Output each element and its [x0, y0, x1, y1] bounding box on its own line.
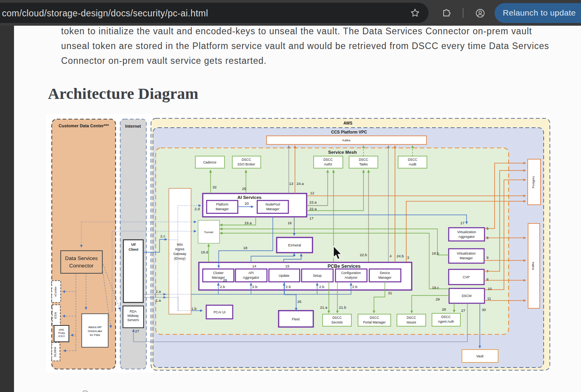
svg-text:RDA: RDA — [130, 309, 137, 313]
svg-text:Agent Auth: Agent Auth — [438, 320, 454, 323]
svg-text:Ingres: Ingres — [175, 247, 184, 251]
svg-text:Client: Client — [128, 248, 138, 251]
svg-text:22.b: 22.b — [360, 253, 367, 257]
svg-text:Authz: Authz — [324, 162, 332, 166]
svg-text:DSCC: DSCC — [323, 158, 333, 162]
svg-text:1.b: 1.b — [191, 306, 197, 311]
svg-text:DL380A: DL380A — [54, 347, 56, 357]
svg-text:24.b: 24.b — [397, 254, 404, 258]
svg-text:DSCC: DSCC — [359, 158, 368, 162]
svg-text:Manager: Manager — [460, 256, 473, 260]
svg-text:Aggregator: Aggregator — [243, 276, 259, 279]
svg-text:22.a: 22.a — [309, 207, 317, 211]
svg-text:12: 12 — [310, 191, 314, 195]
svg-text:DSCC: DSCC — [408, 158, 417, 162]
svg-text:29: 29 — [435, 297, 440, 301]
svg-text:Manager: Manager — [378, 276, 391, 279]
svg-text:DSCC: DSCC — [332, 316, 342, 320]
svg-text:Ezmeral: Ezmeral — [288, 243, 301, 247]
svg-text:25: 25 — [242, 186, 246, 191]
svg-text:Aggregator: Aggregator — [458, 235, 475, 239]
svg-text:21.a: 21.a — [320, 305, 328, 309]
svg-text:Fleet: Fleet — [292, 317, 300, 321]
svg-text:26: 26 — [223, 278, 227, 282]
svg-text:10: 10 — [488, 287, 492, 291]
svg-text:5: 5 — [486, 226, 488, 230]
svg-text:23.a: 23.a — [309, 200, 317, 204]
svg-text:19.b: 19.b — [432, 251, 439, 255]
svg-text:2.b: 2.b — [252, 285, 257, 289]
svg-text:Internet: Internet — [125, 124, 141, 128]
svg-text:Configuration: Configuration — [341, 271, 361, 275]
svg-text:DSCM: DSCM — [462, 294, 471, 298]
svg-text:16: 16 — [288, 221, 292, 225]
svg-text:7: 7 — [486, 269, 488, 273]
svg-text:9: 9 — [486, 255, 488, 260]
svg-text:DSCC: DSCC — [441, 315, 451, 319]
svg-text:Audit: Audit — [409, 162, 416, 166]
svg-text:Cadence: Cadence — [203, 160, 216, 164]
svg-text:Virtualization: Virtualization — [457, 251, 476, 255]
svg-text:Tasks: Tasks — [359, 162, 368, 166]
svg-text:2.b: 2.b — [220, 285, 225, 289]
svg-text:2.b: 2.b — [352, 285, 357, 289]
svg-text:2.c: 2.c — [160, 234, 165, 238]
svg-text:GreenLake: GreenLake — [88, 329, 102, 333]
svg-text:(Envoy): (Envoy) — [174, 257, 185, 260]
svg-text:for Files: for Files — [90, 333, 100, 337]
svg-text:Tunnel: Tunnel — [204, 230, 213, 234]
svg-text:Setup: Setup — [313, 274, 321, 278]
svg-text:17: 17 — [309, 216, 314, 220]
svg-text:2.d: 2.d — [195, 207, 200, 211]
svg-text:3: 3 — [407, 255, 409, 260]
svg-text:27: 27 — [135, 329, 139, 333]
svg-text:CVP: CVP — [463, 275, 470, 279]
svg-text:DSCC: DSCC — [370, 316, 379, 320]
svg-text:AWS: AWS — [344, 121, 353, 125]
svg-text:27: 27 — [461, 308, 465, 313]
svg-text:PCAI UI: PCAI UI — [214, 310, 226, 314]
svg-text:8: 8 — [486, 277, 488, 281]
svg-text:Cluster: Cluster — [213, 271, 224, 275]
svg-text:Kafka: Kafka — [342, 139, 351, 142]
svg-text:Platform: Platform — [216, 202, 228, 206]
svg-text:Midway: Midway — [128, 314, 139, 318]
svg-text:15: 15 — [285, 264, 290, 268]
svg-text:6: 6 — [486, 236, 488, 240]
svg-text:PCBe Services: PCBe Services — [328, 264, 361, 269]
svg-text:19.d: 19.d — [201, 250, 208, 254]
svg-text:20: 20 — [245, 201, 249, 206]
svg-text:2.b: 2.b — [319, 285, 324, 289]
svg-text:ESXi: ESXi — [54, 312, 57, 318]
svg-text:Analyzer: Analyzer — [344, 276, 357, 279]
svg-text:Prolia: Prolia — [58, 332, 65, 334]
svg-text:19.a: 19.a — [244, 221, 252, 225]
svg-text:NodePool: NodePool — [265, 202, 280, 206]
svg-text:DSCC: DSCC — [407, 316, 416, 320]
svg-text:11: 11 — [487, 296, 491, 301]
svg-text:UI/: UI/ — [131, 243, 136, 246]
svg-text:Customer Data Center***: Customer Data Center*** — [59, 123, 109, 128]
svg-text:Issues: Issues — [407, 320, 416, 324]
svg-text:HPE: HPE — [59, 329, 64, 331]
svg-text:14: 14 — [252, 264, 256, 268]
svg-text:1.a: 1.a — [156, 298, 161, 302]
svg-text:Update: Update — [279, 274, 290, 278]
svg-text:API: API — [248, 271, 254, 275]
svg-text:Servers: Servers — [127, 318, 139, 322]
svg-text:21.b: 21.b — [339, 305, 346, 309]
svg-text:32: 32 — [212, 185, 217, 189]
svg-text:nt 8.0: nt 8.0 — [58, 335, 65, 338]
svg-text:Manager: Manager — [266, 207, 279, 211]
svg-text:Connector: Connector — [69, 263, 94, 269]
svg-text:28: 28 — [442, 307, 446, 311]
svg-text:DSCC: DSCC — [242, 158, 251, 162]
svg-text:vCenter: vCenter — [54, 286, 57, 297]
svg-text:19.c: 19.c — [432, 285, 439, 290]
svg-text:17: 17 — [460, 221, 465, 225]
svg-text:Alletra MP: Alletra MP — [88, 325, 102, 329]
svg-text:4: 4 — [390, 254, 391, 258]
svg-text:AI Services: AI Services — [237, 195, 262, 200]
svg-text:SSO Broker: SSO Broker — [237, 162, 255, 166]
svg-text:Service Mesh: Service Mesh — [328, 150, 357, 155]
